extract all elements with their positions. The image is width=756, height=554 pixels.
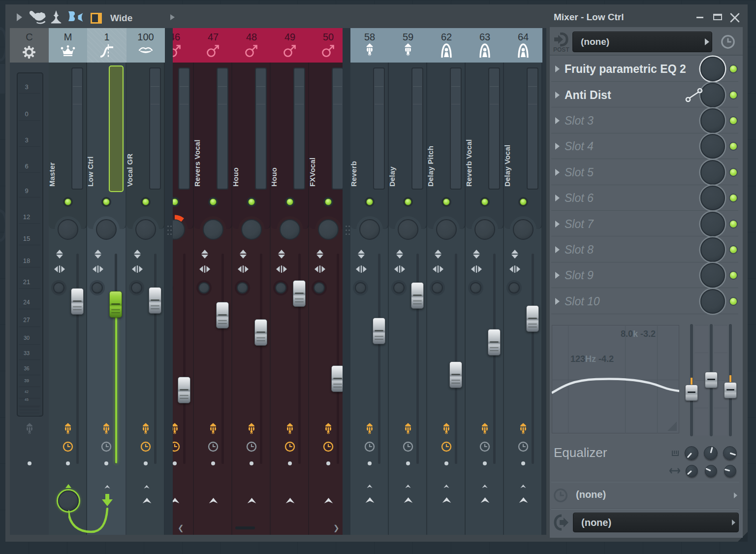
svg-text:POST: POST [553,46,569,52]
